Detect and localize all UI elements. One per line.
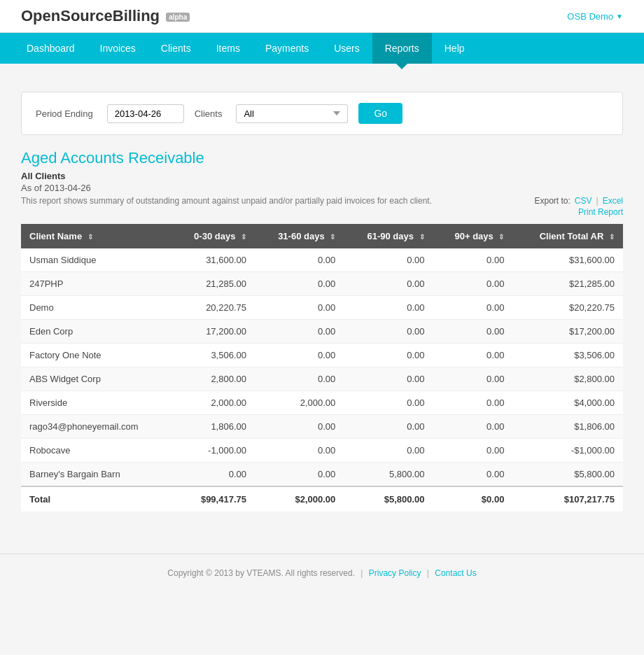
table-row: Riverside 2,000.00 2,000.00 0.00 0.00 $4… bbox=[21, 391, 623, 415]
cell-d31-60: 0.00 bbox=[255, 248, 344, 272]
cell-d61-90: 0.00 bbox=[344, 344, 433, 367]
main-nav: Dashboard Invoices Clients Items Payment… bbox=[0, 33, 644, 64]
sort-icon-31-60: ⇕ bbox=[330, 233, 335, 241]
th-0-30[interactable]: 0-30 days ⇕ bbox=[172, 224, 255, 248]
nav-help[interactable]: Help bbox=[432, 33, 477, 64]
nav-invoices[interactable]: Invoices bbox=[88, 33, 148, 64]
period-ending-input[interactable] bbox=[107, 104, 184, 123]
logo-open: Open bbox=[21, 7, 60, 24]
cell-d0-30: 0.00 bbox=[172, 463, 255, 487]
cell-d90plus: 0.00 bbox=[433, 391, 513, 415]
print-report-link[interactable]: Print Report bbox=[578, 207, 623, 217]
cell-d0-30: -1,000.00 bbox=[172, 439, 255, 463]
th-90plus[interactable]: 90+ days ⇕ bbox=[433, 224, 513, 248]
footer-d0-30: $99,417.75 bbox=[172, 486, 255, 512]
page-footer: Copyright © 2013 by VTEAMS. All rights r… bbox=[0, 554, 644, 592]
user-menu-label: OSB Demo bbox=[567, 11, 613, 22]
cell-client: Factory One Note bbox=[21, 344, 172, 367]
export-label: Export to: bbox=[534, 196, 570, 206]
cell-d31-60: 0.00 bbox=[255, 344, 344, 367]
sort-icon-61-90: ⇕ bbox=[419, 233, 425, 241]
cell-d61-90: 5,800.00 bbox=[344, 463, 433, 487]
cell-d90plus: 0.00 bbox=[433, 296, 513, 320]
table-footer-row: Total $99,417.75 $2,000.00 $5,800.00 $0.… bbox=[21, 486, 623, 512]
period-ending-label: Period Ending bbox=[36, 108, 93, 119]
top-header: OpenSourceBilling alpha OSB Demo ▼ bbox=[0, 0, 644, 33]
cell-d90plus: 0.00 bbox=[433, 320, 513, 344]
cell-d0-30: 2,800.00 bbox=[172, 367, 255, 391]
cell-d90plus: 0.00 bbox=[433, 248, 513, 272]
cell-d61-90: 0.00 bbox=[344, 415, 433, 439]
cell-total: -$1,000.00 bbox=[512, 439, 623, 463]
export-row: Export to: CSV | Excel bbox=[483, 196, 623, 206]
export-separator: | bbox=[596, 196, 598, 206]
cell-d61-90: 0.00 bbox=[344, 272, 433, 296]
cell-d61-90: 0.00 bbox=[344, 439, 433, 463]
go-button[interactable]: Go bbox=[358, 103, 402, 124]
nav-reports[interactable]: Reports bbox=[372, 33, 432, 64]
logo: OpenSourceBilling alpha bbox=[21, 7, 190, 25]
th-client-name[interactable]: Client Name ⇕ bbox=[21, 224, 172, 248]
export-excel-link[interactable]: Excel bbox=[603, 196, 623, 206]
user-menu-arrow: ▼ bbox=[616, 13, 623, 20]
cell-d31-60: 0.00 bbox=[255, 415, 344, 439]
cell-total: $31,600.00 bbox=[512, 248, 623, 272]
sort-icon-0-30: ⇕ bbox=[241, 233, 246, 241]
page-content: Period Ending Clients All Specific Go Ag… bbox=[0, 64, 644, 540]
footer-contact-link[interactable]: Contact Us bbox=[435, 568, 476, 578]
table-row: Usman Siddique 31,600.00 0.00 0.00 0.00 … bbox=[21, 248, 623, 272]
cell-d31-60: 0.00 bbox=[255, 272, 344, 296]
table-row: Barney's Bargain Barn 0.00 0.00 5,800.00… bbox=[21, 463, 623, 487]
table-row: rago34@phoneyemail.com 1,806.00 0.00 0.0… bbox=[21, 415, 623, 439]
footer-privacy-link[interactable]: Privacy Policy bbox=[369, 568, 421, 578]
th-61-90[interactable]: 61-90 days ⇕ bbox=[344, 224, 433, 248]
cell-client: Robocave bbox=[21, 439, 172, 463]
cell-client: Demo bbox=[21, 296, 172, 320]
cell-d90plus: 0.00 bbox=[433, 344, 513, 367]
table-row: Eden Corp 17,200.00 0.00 0.00 0.00 $17,2… bbox=[21, 320, 623, 344]
footer-d31-60: $2,000.00 bbox=[255, 486, 344, 512]
cell-total: $5,800.00 bbox=[512, 463, 623, 487]
th-31-60[interactable]: 31-60 days ⇕ bbox=[255, 224, 344, 248]
footer-sep1: | bbox=[360, 568, 363, 578]
logo-sourcebilling: SourceBilling bbox=[60, 7, 160, 24]
cell-d90plus: 0.00 bbox=[433, 272, 513, 296]
footer-total: $107,217.75 bbox=[512, 486, 623, 512]
cell-total: $21,285.00 bbox=[512, 272, 623, 296]
clients-select[interactable]: All Specific bbox=[236, 104, 348, 123]
footer-sep2: | bbox=[427, 568, 429, 578]
nav-items[interactable]: Items bbox=[204, 33, 253, 64]
cell-d90plus: 0.00 bbox=[433, 439, 513, 463]
nav-dashboard[interactable]: Dashboard bbox=[14, 33, 88, 64]
logo-alpha: alpha bbox=[166, 13, 190, 22]
clients-label: Clients bbox=[195, 108, 223, 119]
report-date-prefix: As of bbox=[21, 183, 42, 193]
cell-d0-30: 31,600.00 bbox=[172, 248, 255, 272]
cell-client: rago34@phoneyemail.com bbox=[21, 415, 172, 439]
export-csv-link[interactable]: CSV bbox=[575, 196, 592, 206]
sort-icon-90plus: ⇕ bbox=[498, 233, 504, 241]
footer-d90plus: $0.00 bbox=[433, 486, 513, 512]
cell-client: Riverside bbox=[21, 391, 172, 415]
cell-d61-90: 0.00 bbox=[344, 391, 433, 415]
cell-d31-60: 0.00 bbox=[255, 320, 344, 344]
cell-total: $1,806.00 bbox=[512, 415, 623, 439]
th-total-ar[interactable]: Client Total AR ⇕ bbox=[512, 224, 623, 248]
cell-d90plus: 0.00 bbox=[433, 463, 513, 487]
user-menu[interactable]: OSB Demo ▼ bbox=[567, 11, 623, 22]
footer-copyright: Copyright © 2013 by VTEAMS. All rights r… bbox=[167, 568, 355, 578]
nav-payments[interactable]: Payments bbox=[253, 33, 321, 64]
cell-d0-30: 17,200.00 bbox=[172, 320, 255, 344]
nav-clients[interactable]: Clients bbox=[148, 33, 204, 64]
nav-users[interactable]: Users bbox=[321, 33, 372, 64]
cell-d31-60: 0.00 bbox=[255, 463, 344, 487]
cell-d0-30: 21,285.00 bbox=[172, 272, 255, 296]
sort-icon-client: ⇕ bbox=[88, 233, 93, 241]
report-description: This report shows summary of outstanding… bbox=[21, 196, 432, 206]
table-row: Robocave -1,000.00 0.00 0.00 0.00 -$1,00… bbox=[21, 439, 623, 463]
cell-d31-60: 2,000.00 bbox=[255, 391, 344, 415]
table-row: ABS Widget Corp 2,800.00 0.00 0.00 0.00 … bbox=[21, 367, 623, 391]
cell-client: Eden Corp bbox=[21, 320, 172, 344]
ar-table: Client Name ⇕ 0-30 days ⇕ 31-60 days ⇕ 6… bbox=[21, 224, 623, 512]
report-date-value: 2013-04-26 bbox=[44, 183, 91, 193]
